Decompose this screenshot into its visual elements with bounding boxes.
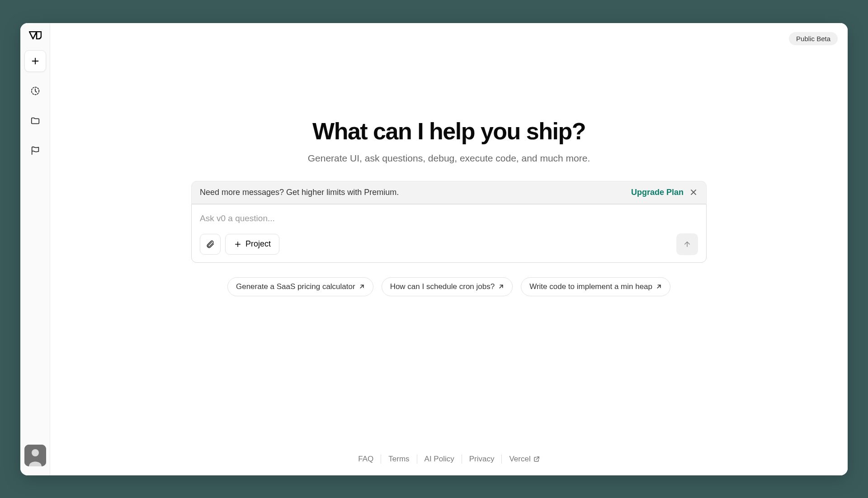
plus-icon [234,240,242,248]
banner-close-button[interactable] [689,188,698,197]
page-heading: What can I help you ship? [312,118,585,145]
top-bar: Public Beta [50,23,848,54]
flag-icon [30,146,40,156]
input-controls: Project [200,233,698,255]
page-subheading: Generate UI, ask questions, debug, execu… [308,153,590,164]
prompt-container: Need more messages? Get higher limits wi… [191,181,707,263]
footer: FAQ Terms AI Policy Privacy Vercel [50,443,848,475]
plus-icon [30,56,40,66]
suggestion-label: Write code to implement a min heap [529,282,652,291]
upgrade-plan-link[interactable]: Upgrade Plan [631,188,684,197]
svg-line-13 [536,457,539,460]
avatar[interactable] [24,445,46,466]
suggestion-pill[interactable]: Generate a SaaS pricing calculator [227,277,373,296]
close-icon [690,189,697,195]
input-box: Project [191,204,707,263]
new-chat-button[interactable] [24,50,46,72]
paperclip-icon [206,240,215,249]
svg-line-12 [657,285,660,288]
footer-link-privacy[interactable]: Privacy [462,455,502,464]
svg-line-11 [500,285,503,288]
attach-button[interactable] [200,234,221,255]
sidebar [20,23,50,475]
arrow-up-right-icon [359,284,365,289]
arrow-up-right-icon [656,284,662,289]
footer-link-label: Vercel [509,455,530,464]
project-button[interactable]: Project [225,234,279,255]
arrow-up-right-icon [498,284,504,289]
project-button-label: Project [245,239,271,249]
logo [29,31,42,39]
projects-button[interactable] [24,110,46,132]
footer-link-faq[interactable]: FAQ [351,455,381,464]
prompt-input[interactable] [200,212,698,225]
suggestion-pill[interactable]: Write code to implement a min heap [521,277,670,296]
suggestion-pill[interactable]: How can I schedule cron jobs? [382,277,513,296]
app-window: Public Beta What can I help you ship? Ge… [20,23,848,475]
footer-link-terms[interactable]: Terms [381,455,416,464]
clock-icon [30,86,40,96]
arrow-up-icon [683,240,691,248]
upgrade-banner: Need more messages? Get higher limits wi… [191,181,707,204]
suggestion-label: Generate a SaaS pricing calculator [236,282,355,291]
external-link-icon [533,456,540,462]
main-area: Public Beta What can I help you ship? Ge… [50,23,848,475]
svg-point-4 [32,449,39,456]
suggestions-row: Generate a SaaS pricing calculator How c… [227,277,670,296]
send-button[interactable] [676,233,698,255]
suggestion-label: How can I schedule cron jobs? [390,282,495,291]
footer-link-vercel[interactable]: Vercel [501,455,547,464]
content-area: What can I help you ship? Generate UI, a… [50,54,848,443]
history-button[interactable] [24,80,46,102]
footer-link-ai-policy[interactable]: AI Policy [417,455,462,464]
banner-text: Need more messages? Get higher limits wi… [200,188,631,197]
svg-line-10 [360,285,363,288]
public-beta-badge: Public Beta [789,32,838,45]
feedback-button[interactable] [24,140,46,161]
folder-icon [30,116,40,126]
